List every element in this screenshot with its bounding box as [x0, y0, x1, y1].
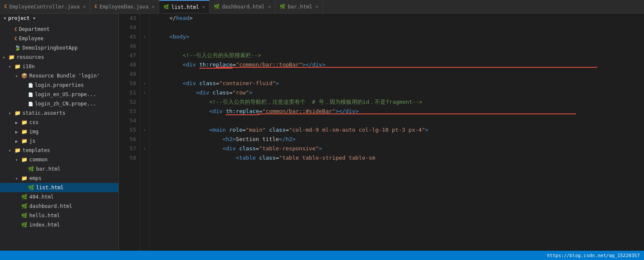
sidebar-item-list-html[interactable]: 🌿 list.html: [0, 183, 118, 192]
html-icon: 🌿: [163, 4, 169, 10]
html-icon: 🌿: [280, 4, 286, 9]
code-line-47: <!--引入公共的头部搜索栏-->: [156, 51, 644, 60]
code-content[interactable]: </head> <body> <!--引入公共的头部搜索栏-->: [149, 14, 644, 251]
html-icon: 🌿: [28, 185, 34, 191]
folder-icon: 📁: [21, 157, 28, 163]
close-icon[interactable]: ✕: [268, 4, 271, 9]
sidebar-item-index[interactable]: 🌿 index.html: [0, 220, 118, 230]
project-header[interactable]: ▾ project ▾ project ▾: [0, 14, 118, 23]
tree-arrow-icon: ▶: [15, 130, 21, 134]
code-line-51: <div class="row">: [156, 88, 644, 97]
folder-icon: 📁: [21, 138, 28, 144]
sidebar-item-login-zh[interactable]: 📄 login_zh_CN.prope...: [0, 99, 118, 108]
html-icon: 🌿: [21, 222, 28, 228]
html-icon: 🌿: [21, 213, 28, 219]
sidebar-item-login-en[interactable]: 📄 login_en_US.prope...: [0, 90, 118, 99]
tree-arrow-icon: ▾: [15, 74, 21, 78]
sidebar-item-templates[interactable]: ▾ 📁 templates: [0, 146, 118, 155]
sidebar-item-department[interactable]: C Department: [0, 25, 118, 34]
folder-icon: 📁: [21, 129, 28, 135]
sidebar-item-hello[interactable]: 🌿 hello.html: [0, 211, 118, 220]
html-icon: 🌿: [21, 194, 28, 200]
main-layout: ▾ project ▾ project ▾ C Department C Emp…: [0, 14, 644, 251]
close-icon[interactable]: ✕: [316, 4, 318, 9]
folder-icon: 📁: [14, 147, 21, 153]
sidebar-item-bar-html-common[interactable]: 🌿 bar.html: [0, 164, 118, 174]
sidebar-tree: C Department C Employee 🍃 Demo1springboo…: [0, 23, 118, 231]
tab-bar: C EmployeeController.java ✕ C EmployeeDa…: [0, 0, 644, 14]
code-line-44: [156, 23, 644, 32]
tab-list-html[interactable]: 🌿 list.html ✕: [159, 0, 210, 13]
tree-arrow-icon: ▾: [3, 55, 8, 60]
class-icon: C: [14, 27, 17, 32]
prop-icon: 📄: [28, 92, 33, 97]
sidebar-item-resource-bundle[interactable]: ▾ 📦 Resource Bundle 'login': [0, 71, 118, 80]
editor-area: 43 44 45 46 47 48 49 50 51 52 53 54 55 5…: [119, 14, 644, 251]
fold-icon[interactable]: ▾: [143, 128, 146, 132]
sidebar-item-login-properties[interactable]: 📄 login.properties: [0, 80, 118, 90]
code-line-56: <h2>Section title</h2>: [156, 135, 644, 144]
fold-gutter: ▾ ▾ ▾ ▾ ▾: [140, 14, 149, 251]
class-icon: C: [14, 36, 17, 41]
close-icon[interactable]: ✕: [83, 4, 86, 9]
folder-icon: 📁: [8, 54, 15, 60]
tab-employee-dao[interactable]: C EmployeeDao.java ✕: [90, 0, 159, 13]
sidebar-item-dashboard[interactable]: 🌿 dashboard.html: [0, 202, 118, 211]
fold-icon[interactable]: ▾: [143, 35, 146, 39]
folder-icon: 📁: [14, 64, 21, 69]
code-line-52: <!--引入公共的导航栏，注意这里有个 # 号，因为模板用的id，不是fragm…: [156, 97, 644, 107]
tree-arrow-icon: ▶: [15, 139, 21, 144]
code-line-46: [156, 41, 644, 51]
prop-icon: 📄: [28, 83, 33, 88]
tree-arrow-icon: ▾: [8, 64, 14, 69]
prop-icon: 📄: [28, 102, 33, 106]
tab-employee-controller[interactable]: C EmployeeController.java ✕: [0, 0, 90, 13]
code-line-58: <table class="table table-striped table-…: [156, 153, 644, 163]
folder-icon: 📁: [21, 119, 28, 125]
code-line-48: <div th:replace="common/bar::topBar"></d…: [156, 60, 644, 69]
java-icon: C: [4, 4, 7, 9]
html-icon: 🌿: [21, 203, 28, 209]
html-icon: 🌿: [214, 4, 220, 9]
code-view[interactable]: 43 44 45 46 47 48 49 50 51 52 53 54 55 5…: [119, 14, 644, 251]
sidebar-item-emps[interactable]: ▾ 📁 emps: [0, 174, 118, 183]
sidebar-item-css[interactable]: ▶ 📁 css: [0, 118, 118, 127]
folder-icon: 📁: [14, 110, 21, 116]
sidebar-item-404[interactable]: 🌿 404.html: [0, 192, 118, 202]
status-url: https://blog.csdn.net/qq_15220357: [547, 253, 640, 258]
html-icon: 🌿: [28, 166, 34, 172]
sidebar-item-img[interactable]: ▶ 📁 img: [0, 127, 118, 136]
folder-icon: 📁: [21, 175, 28, 181]
close-icon[interactable]: ✕: [202, 5, 205, 9]
tree-arrow-icon: ▶: [15, 120, 21, 125]
code-line-54: [156, 116, 644, 125]
fold-icon[interactable]: ▾: [143, 81, 146, 86]
tree-arrow-icon: ▾: [15, 176, 21, 181]
project-arrow-icon: ▾: [3, 15, 6, 21]
sidebar: ▾ project ▾ project ▾ C Department C Emp…: [0, 14, 119, 251]
code-line-53: <div th:replace="common/bar::#sideBar"><…: [156, 107, 644, 116]
sidebar-item-resources[interactable]: ▾ 📁 resources: [0, 53, 118, 62]
fold-icon[interactable]: ▾: [143, 91, 146, 95]
status-bar: https://blog.csdn.net/qq_15220357: [0, 251, 644, 260]
code-line-49: [156, 69, 644, 79]
sidebar-item-static-asserts[interactable]: ▾ 📁 static.asserts: [0, 108, 118, 118]
code-line-45: <body>: [156, 32, 644, 41]
tree-arrow-icon: ▾: [8, 111, 14, 116]
line-numbers: 43 44 45 46 47 48 49 50 51 52 53 54 55 5…: [119, 14, 140, 251]
tree-arrow-icon: ▾: [8, 148, 14, 153]
sidebar-item-js[interactable]: ▶ 📁 js: [0, 136, 118, 146]
sidebar-item-common[interactable]: ▾ 📁 common: [0, 155, 118, 164]
tab-dashboard-html[interactable]: 🌿 dashboard.html ✕: [210, 0, 275, 13]
close-icon[interactable]: ✕: [152, 4, 154, 9]
sidebar-item-i18n[interactable]: ▾ 📁 i18n: [0, 62, 118, 71]
sidebar-item-employee[interactable]: C Employee: [0, 34, 118, 43]
code-line-43: </head>: [156, 14, 644, 23]
fold-icon[interactable]: ▾: [143, 147, 146, 151]
tree-arrow-icon: ▾: [15, 158, 21, 162]
tab-bar-html[interactable]: 🌿 bar.html ✕: [275, 0, 323, 13]
spring-icon: 🍃: [14, 45, 21, 51]
java-icon: C: [95, 4, 98, 9]
code-line-57: <div class="table-responsive">: [156, 144, 644, 153]
sidebar-item-demo1spring[interactable]: 🍃 Demo1springbootApp: [0, 43, 118, 53]
